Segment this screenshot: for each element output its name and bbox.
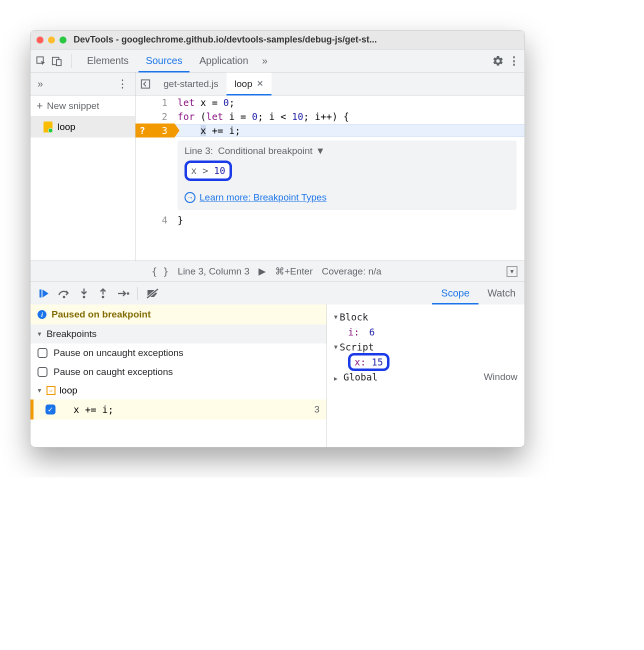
chevron-down-icon: ▼ bbox=[316, 146, 325, 156]
divider bbox=[138, 287, 138, 300]
breakpoint-line-number: 3 bbox=[314, 404, 320, 415]
code-editor[interactable]: 1 let x = 0; 2 for (let i = 0; i < 10; i… bbox=[136, 96, 524, 260]
svg-point-7 bbox=[102, 296, 104, 298]
snippet-item-loop[interactable]: loop bbox=[30, 116, 135, 138]
learn-more-link[interactable]: Learn more: Breakpoint Types bbox=[200, 192, 326, 203]
deactivate-breakpoints-icon[interactable] bbox=[146, 288, 159, 299]
code-line-1[interactable]: 1 let x = 0; bbox=[136, 96, 524, 110]
pretty-print-icon[interactable]: { } bbox=[152, 266, 168, 277]
coverage-label: Coverage: n/a bbox=[322, 266, 382, 277]
more-tabs-icon[interactable]: » bbox=[258, 54, 272, 68]
tab-elements[interactable]: Elements bbox=[80, 50, 136, 72]
highlighted-variable: x bbox=[200, 125, 206, 136]
paused-message: Paused on breakpoint bbox=[52, 309, 150, 320]
disclosure-triangle-icon: ▶ bbox=[334, 375, 338, 382]
checkbox-breakpoint-enabled[interactable]: ✓ bbox=[46, 404, 56, 414]
cursor-position: Line 3, Column 3 bbox=[178, 266, 250, 277]
new-snippet-label: New snippet bbox=[47, 100, 100, 112]
file-tab-loop[interactable]: loop ✕ bbox=[226, 72, 272, 96]
line-number-breakpoint[interactable]: 3 bbox=[136, 124, 174, 138]
more-navigator-icon[interactable]: » bbox=[38, 78, 43, 90]
editor-status-bar: { } Line 3, Column 3 ▶ ⌘+Enter Coverage:… bbox=[30, 260, 524, 282]
scope-global-header[interactable]: ▶ Global Window bbox=[334, 370, 518, 384]
pause-caught-label: Pause on caught exceptions bbox=[54, 366, 173, 378]
svg-rect-3 bbox=[142, 80, 150, 88]
line-number[interactable]: 1 bbox=[136, 96, 174, 110]
debugger-toolbar: Scope Watch bbox=[30, 282, 524, 304]
breakpoint-condition-input[interactable]: x > 10 bbox=[184, 160, 232, 181]
step-out-icon[interactable] bbox=[98, 288, 108, 300]
step-icon[interactable] bbox=[116, 288, 130, 298]
breakpoint-line-label: Line 3: bbox=[184, 146, 213, 156]
step-into-icon[interactable] bbox=[78, 288, 90, 300]
highlighted-value: x: 15 bbox=[348, 353, 390, 371]
breakpoint-line-row[interactable]: ✓ x += i; 3 bbox=[30, 400, 326, 420]
settings-icon[interactable] bbox=[492, 54, 504, 68]
code-line-3[interactable]: 3 x += i; bbox=[136, 124, 524, 138]
breakpoint-code: x += i; bbox=[62, 404, 308, 415]
scope-var-i[interactable]: i: 6 bbox=[334, 324, 518, 340]
breakpoint-type-dropdown[interactable]: Conditional breakpoint ▼ bbox=[218, 146, 325, 156]
line-number[interactable]: 2 bbox=[136, 110, 174, 124]
file-tab-bar: » ⋮ get-started.js loop ✕ bbox=[30, 72, 524, 96]
pause-uncaught-label: Pause on uncaught exceptions bbox=[54, 348, 184, 358]
file-tab-get-started[interactable]: get-started.js bbox=[156, 72, 226, 96]
close-tab-icon[interactable]: ✕ bbox=[256, 78, 264, 89]
code-line-4[interactable]: 4 } bbox=[136, 213, 524, 227]
code-line-2[interactable]: 2 for (let i = 0; i < 10; i++) { bbox=[136, 110, 524, 124]
tab-sources[interactable]: Sources bbox=[138, 50, 189, 72]
devtools-window: DevTools - googlechrome.github.io/devtoo… bbox=[30, 30, 525, 448]
inspect-element-icon[interactable] bbox=[34, 54, 48, 68]
breakpoint-editor-popover: Line 3: Conditional breakpoint ▼ x > 10 … bbox=[178, 140, 516, 210]
plus-icon: + bbox=[36, 100, 43, 112]
debugger-panels: i Paused on breakpoint ▼ Breakpoints Pau… bbox=[30, 304, 524, 447]
svg-point-8 bbox=[127, 292, 130, 294]
snippets-sidebar: + New snippet loop bbox=[30, 96, 136, 260]
scope-var-x[interactable]: x: 15 bbox=[334, 354, 518, 370]
play-icon[interactable]: ▶ bbox=[258, 266, 266, 277]
new-snippet-button[interactable]: + New snippet bbox=[30, 96, 135, 116]
scope-script-header[interactable]: ▼ Script bbox=[334, 340, 518, 354]
maximize-window-button[interactable] bbox=[60, 36, 66, 44]
breakpoints-section-header[interactable]: ▼ Breakpoints bbox=[30, 324, 326, 344]
device-toolbar-icon[interactable] bbox=[50, 54, 64, 68]
arrow-right-circle-icon: → bbox=[184, 192, 196, 203]
breakpoint-file-name: loop bbox=[60, 385, 78, 396]
file-nav-icon[interactable] bbox=[136, 78, 156, 90]
checkbox-uncaught[interactable] bbox=[38, 348, 48, 358]
checkbox-caught[interactable] bbox=[38, 367, 48, 377]
step-over-icon[interactable] bbox=[58, 288, 70, 299]
paused-banner: i Paused on breakpoint bbox=[30, 304, 326, 324]
editor-area: + New snippet loop 1 let x = 0; 2 for (l… bbox=[30, 96, 524, 260]
svg-point-5 bbox=[63, 296, 66, 298]
breakpoint-learn-more: → Learn more: Breakpoint Types bbox=[184, 192, 510, 203]
scope-block-label: Block bbox=[340, 312, 368, 322]
snippet-name: loop bbox=[58, 122, 76, 132]
svg-rect-4 bbox=[40, 290, 42, 298]
file-tab-label: get-started.js bbox=[164, 78, 218, 90]
kebab-menu-icon[interactable]: ⋮ bbox=[508, 54, 520, 68]
scope-global-value: Window bbox=[484, 372, 518, 382]
traffic-lights bbox=[36, 36, 66, 44]
scope-global-label: Global bbox=[344, 372, 378, 382]
scope-block-header[interactable]: ▼ Block bbox=[334, 310, 518, 324]
tab-scope[interactable]: Scope bbox=[432, 282, 478, 304]
tab-watch[interactable]: Watch bbox=[478, 282, 524, 304]
svg-rect-2 bbox=[56, 60, 61, 66]
navigator-menu-icon[interactable]: ⋮ bbox=[117, 78, 128, 90]
divider bbox=[72, 54, 72, 68]
scope-panel: ▼ Block i: 6 ▼ Script x: 15 ▶ Global Win… bbox=[327, 304, 524, 447]
resume-icon[interactable] bbox=[38, 288, 50, 300]
minimize-window-button[interactable] bbox=[48, 36, 55, 44]
tab-application[interactable]: Application bbox=[192, 50, 256, 72]
close-window-button[interactable] bbox=[36, 36, 44, 44]
pause-caught-row[interactable]: Pause on caught exceptions bbox=[30, 362, 326, 382]
line-number[interactable]: 4 bbox=[136, 213, 174, 227]
breakpoint-file-row[interactable]: ▼ ‹› loop bbox=[30, 382, 326, 400]
collapse-icon[interactable]: ▼ bbox=[506, 266, 518, 277]
file-tab-label: loop bbox=[234, 78, 252, 90]
execute-shortcut: ⌘+Enter bbox=[275, 266, 313, 277]
main-toolbar: Elements Sources Application » ⋮ bbox=[30, 50, 524, 72]
info-icon: i bbox=[38, 310, 46, 319]
pause-uncaught-row[interactable]: Pause on uncaught exceptions bbox=[30, 344, 326, 362]
